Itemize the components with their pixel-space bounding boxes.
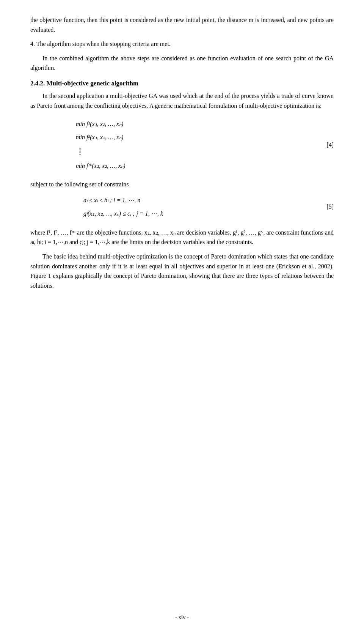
constraint-line-2: gʲ(x₁, x₂, …, xₙ) ≤ cⱼ ; j = 1, ⋯, k [83, 207, 311, 220]
eq4-line3: min fᵐ(x₁, x₂, …, xₙ) [76, 159, 126, 172]
page-footer: - xiv - [0, 614, 364, 621]
subject-to-line: subject to the following set of constrai… [30, 179, 334, 189]
section-body-paragraph: In the second application a multi-object… [30, 91, 334, 110]
combined-paragraph: In the combined algorithm the above step… [30, 54, 334, 73]
page-container: the objective function, then this point … [0, 0, 364, 632]
equation-4-lines: min f¹(x₁, x₂, …, xₙ) min f²(x₁, x₂, …, … [30, 117, 311, 172]
equation-5-block: aᵢ ≤ xᵢ ≤ bᵢ ; i = 1, ⋯, n gʲ(x₁, x₂, …,… [30, 194, 334, 220]
item4-paragraph: 4. The algorithm stops when the stopping… [30, 39, 334, 49]
eq4-vdots: ⋮ [76, 144, 84, 159]
opening-paragraph: the objective function, then this point … [30, 15, 334, 35]
equation-5-number: [5] [311, 203, 334, 210]
where-paragraph: where f¹, f², …, fᵐ are the objective fu… [30, 228, 334, 247]
constraint-line-1: aᵢ ≤ xᵢ ≤ bᵢ ; i = 1, ⋯, n [83, 194, 311, 207]
equation-4-number: [4] [311, 142, 334, 148]
section-heading-242: 2.4.2. Multi-objective genetic algorithm [30, 80, 334, 87]
eq4-line2: min f²(x₁, x₂, …, xₙ) [76, 131, 123, 144]
basic-idea-paragraph: The basic idea behind multi-objective op… [30, 252, 334, 290]
page-number: - xiv - [175, 614, 189, 620]
eq4-line1: min f¹(x₁, x₂, …, xₙ) [76, 117, 123, 131]
equation-4-block: min f¹(x₁, x₂, …, xₙ) min f²(x₁, x₂, …, … [30, 117, 334, 172]
constraint-lines: aᵢ ≤ xᵢ ≤ bᵢ ; i = 1, ⋯, n gʲ(x₁, x₂, …,… [30, 194, 311, 220]
